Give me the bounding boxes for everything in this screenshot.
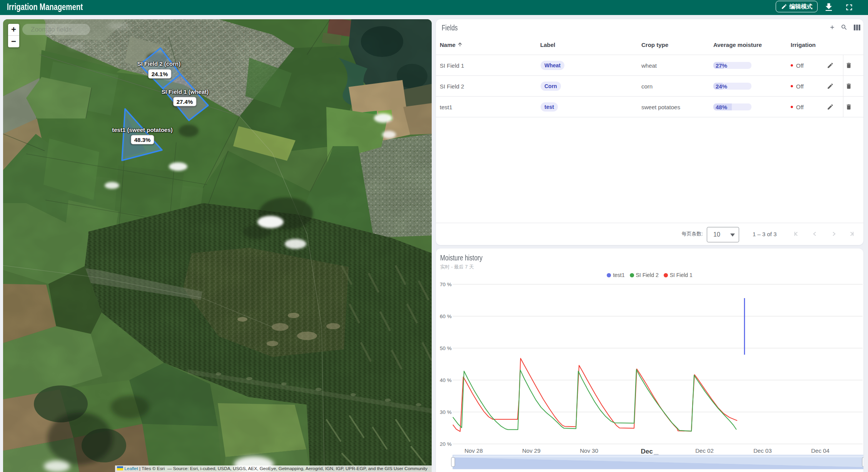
svg-text:Dec 03: Dec 03 <box>753 447 772 454</box>
svg-text:70 %: 70 % <box>440 282 452 287</box>
svg-text:Nov 28: Nov 28 <box>464 447 483 454</box>
svg-text:Dec 02: Dec 02 <box>695 447 714 454</box>
svg-text:Nov 30: Nov 30 <box>580 447 598 454</box>
svg-text:50 %: 50 % <box>440 345 452 351</box>
svg-text:60 %: 60 % <box>440 314 452 319</box>
svg-text:30 %: 30 % <box>440 409 452 415</box>
svg-text:Nov 29: Nov 29 <box>522 447 541 454</box>
svg-text:20 %: 20 % <box>440 441 452 447</box>
svg-text:40 %: 40 % <box>440 377 452 383</box>
svg-text:Dec 04: Dec 04 <box>811 447 830 454</box>
svg-text:Dec: Dec <box>641 448 653 455</box>
